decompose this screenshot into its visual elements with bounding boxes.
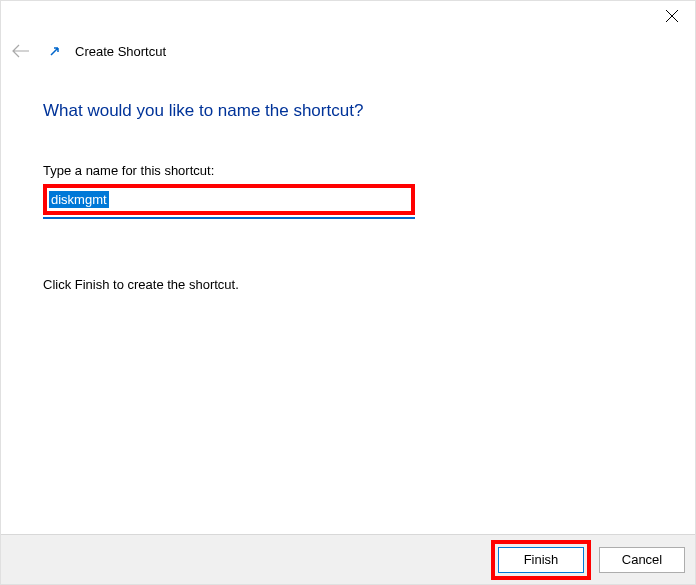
titlebar [1,1,695,33]
page-heading: What would you like to name the shortcut… [43,101,653,121]
shortcut-icon [47,43,63,59]
close-icon [666,10,678,22]
cancel-button[interactable]: Cancel [599,547,685,573]
shortcut-name-input[interactable]: diskmgmt [47,188,411,211]
finish-button-highlight: Finish [491,540,591,580]
wizard-header: Create Shortcut [1,33,695,61]
instruction-text: Click Finish to create the shortcut. [43,277,653,292]
back-arrow-icon [12,44,30,58]
shortcut-name-label: Type a name for this shortcut: [43,163,653,178]
back-button[interactable] [11,41,31,61]
close-button[interactable] [649,1,695,31]
input-underline [43,217,415,219]
finish-button[interactable]: Finish [498,547,584,573]
wizard-content: What would you like to name the shortcut… [1,61,695,292]
selected-text: diskmgmt [49,191,109,208]
shortcut-name-highlight: diskmgmt [43,184,415,215]
wizard-title: Create Shortcut [75,44,166,59]
wizard-footer: Finish Cancel [1,534,695,584]
